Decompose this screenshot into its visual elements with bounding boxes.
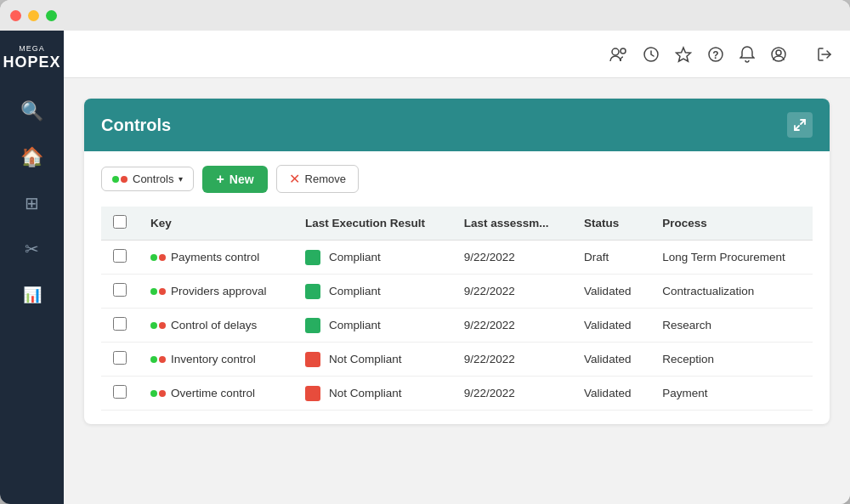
row-checkbox-3[interactable]	[113, 351, 127, 365]
row-key-cell-2: Control of delays	[139, 309, 293, 343]
row-assessment-cell-1: 9/22/2022	[452, 275, 572, 309]
svg-point-7	[776, 50, 781, 55]
dot-red-icon	[159, 254, 166, 261]
key-status-icons	[150, 356, 166, 363]
new-button[interactable]: + New	[202, 166, 267, 193]
row-result-text: Compliant	[329, 251, 381, 263]
account-icon-button[interactable]	[770, 46, 787, 63]
dot-green-icon	[150, 288, 157, 295]
row-process-text: Reception	[662, 353, 714, 365]
sidebar-item-grid[interactable]: ⊞	[13, 184, 52, 223]
notifications-icon-button[interactable]	[740, 46, 755, 63]
row-key-text: Providers approval	[171, 285, 267, 297]
row-status-cell-1: Validated	[572, 275, 650, 309]
row-key-cell-4: Overtime control	[139, 377, 293, 411]
row-process-text: Research	[662, 319, 711, 331]
col-assessment: Last assessm...	[452, 207, 572, 241]
titlebar	[0, 0, 850, 31]
filter-label: Controls	[133, 173, 173, 185]
close-button[interactable]	[10, 10, 21, 21]
table-header-row: Key Last Execution Result Last assessm..…	[101, 207, 813, 241]
row-checkbox-2[interactable]	[113, 317, 127, 331]
row-process-text: Payment	[662, 387, 707, 399]
result-block-1	[305, 284, 320, 299]
expand-button[interactable]	[787, 112, 813, 138]
row-checkbox-cell[interactable]	[101, 241, 139, 275]
dot-green-icon	[150, 254, 157, 261]
remove-icon: ✕	[289, 171, 300, 187]
app-window: MEGA HOPEX 🔍 🏠 ⊞ ✂ 📊	[0, 0, 850, 504]
col-key: Key	[139, 207, 293, 241]
favorites-icon-button[interactable]	[675, 46, 692, 63]
window-controls	[10, 10, 57, 21]
app-body: MEGA HOPEX 🔍 🏠 ⊞ ✂ 📊	[0, 31, 850, 504]
sidebar-item-search[interactable]: 🔍	[13, 92, 52, 131]
dot-green-icon	[150, 356, 157, 363]
controls-card: Controls	[84, 99, 830, 424]
minimize-button[interactable]	[28, 10, 39, 21]
sidebar-item-reports[interactable]: 📊	[13, 275, 52, 314]
dot-red-icon	[159, 356, 166, 363]
row-result-text: Compliant	[329, 285, 381, 297]
row-status-text: Validated	[584, 319, 631, 331]
row-status-cell-0: Draft	[572, 241, 650, 275]
table-row: Payments control Compliant 9/22/2022 Dra…	[101, 241, 813, 275]
row-checkbox-cell[interactable]	[101, 309, 139, 343]
row-assessment-text: 9/22/2022	[464, 285, 515, 297]
col-process: Process	[650, 207, 813, 241]
row-key-text: Inventory control	[171, 353, 256, 365]
remove-label: Remove	[305, 173, 346, 185]
row-result-text: Not Compliant	[329, 387, 402, 399]
table-row: Inventory control Not Compliant 9/22/202…	[101, 343, 813, 377]
row-process-cell-1: Contractualization	[650, 275, 813, 309]
row-checkbox-cell[interactable]	[101, 275, 139, 309]
help-icon-button[interactable]: ?	[707, 46, 724, 63]
logo-hopex: HOPEX	[3, 54, 60, 72]
result-block-3	[305, 352, 320, 367]
sidebar-item-home[interactable]: 🏠	[13, 138, 52, 177]
dot-red-icon	[159, 322, 166, 329]
row-process-text: Long Term Procurement	[662, 251, 785, 263]
result-block-4	[305, 386, 320, 401]
search-icon: 🔍	[20, 100, 43, 122]
row-checkbox-1[interactable]	[113, 283, 127, 297]
row-result-cell-4: Not Compliant	[293, 377, 452, 411]
row-result-text: Not Compliant	[329, 353, 402, 365]
row-checkbox-0[interactable]	[113, 249, 127, 263]
remove-button[interactable]: ✕ Remove	[276, 165, 359, 193]
table-body: Payments control Compliant 9/22/2022 Dra…	[101, 241, 813, 411]
filter-dot-red	[121, 176, 128, 183]
toolbar: Controls ▾ + New ✕ Remove	[101, 165, 813, 193]
sidebar-nav: 🔍 🏠 ⊞ ✂ 📊	[0, 92, 64, 314]
team-icon-button[interactable]	[609, 47, 627, 62]
app-logo: MEGA HOPEX	[3, 44, 60, 71]
controls-table: Key Last Execution Result Last assessm..…	[101, 207, 813, 411]
key-status-icons	[150, 322, 166, 329]
content-area: Controls	[64, 78, 850, 504]
sidebar-item-tools[interactable]: ✂	[13, 229, 52, 269]
logout-button[interactable]	[816, 46, 833, 63]
filter-icons	[112, 176, 128, 183]
dot-green-icon	[150, 390, 157, 397]
chevron-down-icon: ▾	[178, 174, 183, 184]
svg-point-1	[620, 48, 626, 54]
filter-button[interactable]: Controls ▾	[101, 167, 194, 191]
row-process-text: Contractualization	[662, 285, 754, 297]
row-process-cell-4: Payment	[650, 377, 813, 411]
history-icon-button[interactable]	[643, 46, 660, 63]
tools-icon: ✂	[25, 239, 39, 259]
select-all-checkbox[interactable]	[113, 215, 127, 229]
row-checkbox-4[interactable]	[113, 385, 127, 399]
row-result-cell-0: Compliant	[293, 241, 452, 275]
checkbox-header	[101, 207, 139, 241]
row-checkbox-cell[interactable]	[101, 377, 139, 411]
plus-icon: +	[216, 172, 224, 187]
row-checkbox-cell[interactable]	[101, 343, 139, 377]
row-key-text: Control of delays	[171, 319, 257, 331]
key-status-icons	[150, 288, 166, 295]
maximize-button[interactable]	[46, 10, 57, 21]
row-assessment-text: 9/22/2022	[464, 319, 515, 331]
row-status-cell-3: Validated	[572, 343, 650, 377]
sidebar: MEGA HOPEX 🔍 🏠 ⊞ ✂ 📊	[0, 31, 64, 504]
row-assessment-cell-0: 9/22/2022	[452, 241, 572, 275]
